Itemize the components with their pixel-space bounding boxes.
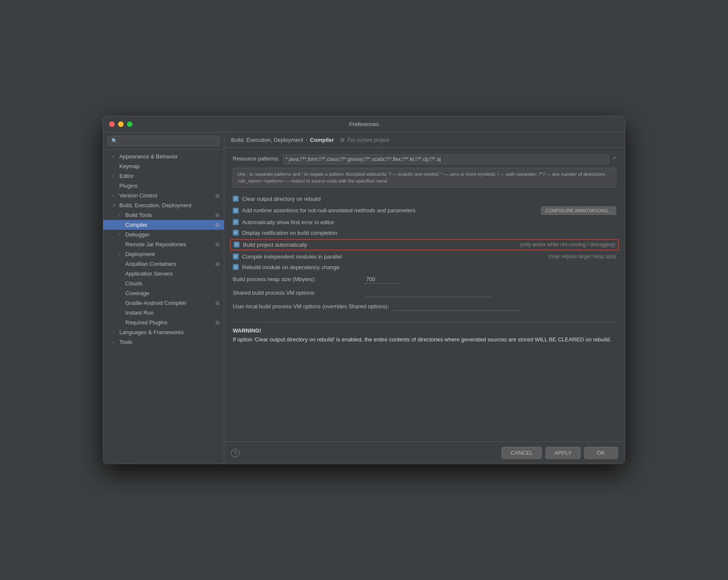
content-area: Resource patterns: *.java;!?*.form;!?*.c… xyxy=(224,148,625,442)
sidebar-item-tools[interactable]: › Tools xyxy=(103,337,224,347)
chevron-right-icon: › xyxy=(113,193,119,198)
heap-size-row: Build process heap size (Mbytes): xyxy=(233,273,616,286)
apply-button[interactable]: APPLY xyxy=(545,447,581,459)
sidebar-item-label: Plugins xyxy=(119,183,220,189)
sidebar-item-build-execution[interactable]: ∨ Build, Execution, Deployment xyxy=(103,200,224,210)
breadcrumb-part2: Compiler xyxy=(310,137,334,143)
preferences-window: Preferences › Appearance & Behavior Keym… xyxy=(103,116,625,464)
hint-text: Use ; to separate patterns and ! to nega… xyxy=(237,172,606,184)
chevron-down-icon: ∨ xyxy=(113,203,119,208)
warning-section: WARNING! If option 'Clear output directo… xyxy=(233,322,616,349)
clear-output-checkbox[interactable]: ✓ xyxy=(233,196,239,202)
sidebar-item-clouds[interactable]: Clouds xyxy=(103,279,224,288)
sidebar-item-instant-run[interactable]: Instant Run xyxy=(103,308,224,318)
show-first-error-label: Automatically show first error in editor xyxy=(242,219,616,225)
right-panel: Build, Execution, Deployment › Compiler … xyxy=(224,132,625,464)
ok-button[interactable]: OK xyxy=(584,447,618,459)
sidebar-item-label: Editor xyxy=(119,173,220,179)
breadcrumb-separator: › xyxy=(306,137,308,143)
sidebar-item-languages[interactable]: › Languages & Frameworks xyxy=(103,327,224,337)
rebuild-dependency-label: Rebuild module on dependency change xyxy=(242,264,616,270)
sidebar-item-label: Deployment xyxy=(125,251,220,257)
add-runtime-checkbox[interactable]: ✓ xyxy=(233,208,239,214)
add-icon: ⊞ xyxy=(215,300,220,306)
sidebar-item-label: Keymap xyxy=(119,163,220,169)
resource-value[interactable]: *.java;!?*.form;!?*.class;!?*.groovy;!?*… xyxy=(283,155,609,164)
heap-label: Build process heap size (Mbytes): xyxy=(233,276,360,282)
add-icon: ⊞ xyxy=(215,261,220,267)
sidebar-item-remote-jar[interactable]: Remote Jar Repositories ⊞ xyxy=(103,239,224,249)
sidebar-item-label: Required Plugins xyxy=(125,319,214,326)
titlebar: Preferences xyxy=(103,116,625,132)
add-icon: ⊞ xyxy=(215,212,220,218)
sidebar-item-app-servers[interactable]: Application Servers xyxy=(103,269,224,279)
sidebar-item-label: Build, Execution, Deployment xyxy=(119,202,220,208)
checkmark-icon: ✓ xyxy=(234,231,237,235)
search-input[interactable] xyxy=(107,136,220,146)
chevron-right-icon: › xyxy=(119,232,124,237)
sidebar-item-label: Compiler xyxy=(125,222,214,228)
display-notification-checkbox[interactable]: ✓ xyxy=(233,230,239,236)
hint-box: Use ; to separate patterns and ! to nega… xyxy=(233,168,616,188)
checkmark-icon: ✓ xyxy=(234,220,237,224)
build-auto-checkbox[interactable]: ✓ xyxy=(234,242,240,248)
sidebar-list: › Appearance & Behavior Keymap › Editor … xyxy=(103,150,224,464)
resource-patterns-row: Resource patterns: *.java;!?*.form;!?*.c… xyxy=(233,155,616,164)
sidebar-item-label: Build Tools xyxy=(125,212,214,218)
sidebar-item-label: Clouds xyxy=(125,280,220,287)
expand-icon[interactable]: ↗ xyxy=(612,155,616,161)
sidebar-item-editor[interactable]: › Editor xyxy=(103,171,224,181)
shared-vm-label: Shared build process VM options: xyxy=(233,290,360,296)
breadcrumb-part1: Build, Execution, Deployment xyxy=(231,137,303,143)
option-show-first-error: ✓ Automatically show first error in edit… xyxy=(233,217,616,228)
sidebar-item-required-plugins[interactable]: Required Plugins ⊞ xyxy=(103,318,224,327)
rebuild-dependency-checkbox[interactable]: ✓ xyxy=(233,264,239,270)
main-content: › Appearance & Behavior Keymap › Editor … xyxy=(103,132,625,464)
chevron-right-icon: › xyxy=(113,154,119,159)
shared-vm-input[interactable] xyxy=(364,289,492,297)
sidebar-item-appearance[interactable]: › Appearance & Behavior xyxy=(103,152,224,161)
cancel-button[interactable]: CANCEL xyxy=(502,447,542,459)
option-build-auto: ✓ Build project automatically (only work… xyxy=(230,239,619,251)
option-display-notification: ✓ Display notification on build completi… xyxy=(233,228,616,238)
sidebar-item-plugins[interactable]: Plugins xyxy=(103,181,224,191)
checkmark-icon: ✓ xyxy=(234,265,237,269)
sidebar-item-label: Coverage xyxy=(125,290,220,296)
add-icon: ⊞ xyxy=(215,320,220,326)
sidebar-item-compiler[interactable]: Compiler ⊞ xyxy=(103,220,224,230)
for-current-project: For current project xyxy=(347,137,389,143)
sidebar-item-label: Version Control xyxy=(119,192,214,199)
sidebar-item-version-control[interactable]: › Version Control ⊞ xyxy=(103,191,224,200)
user-vm-input[interactable] xyxy=(393,302,521,311)
heap-input[interactable] xyxy=(364,275,398,284)
gear-icon: ⚙ xyxy=(340,137,345,143)
checkmark-icon: ✓ xyxy=(234,208,237,213)
show-first-error-checkbox[interactable]: ✓ xyxy=(233,219,239,225)
help-button[interactable]: ? xyxy=(231,449,240,457)
sidebar-item-label: Tools xyxy=(119,339,220,345)
sidebar-item-arquillian[interactable]: Arquillian Containers ⊞ xyxy=(103,259,224,269)
sidebar-item-deployment[interactable]: › Deployment xyxy=(103,249,224,259)
bottom-bar: ? CANCEL APPLY OK xyxy=(224,442,625,464)
compile-parallel-checkbox[interactable]: ✓ xyxy=(233,253,239,259)
minimize-button[interactable] xyxy=(118,121,124,127)
sidebar-item-keymap[interactable]: Keymap xyxy=(103,161,224,171)
sidebar-item-build-tools[interactable]: › Build Tools ⊞ xyxy=(103,210,224,220)
sidebar-item-label: Instant Run xyxy=(125,310,220,316)
sidebar-item-coverage[interactable]: Coverage xyxy=(103,288,224,298)
option-compile-parallel: ✓ Compile independent modules in paralle… xyxy=(233,251,616,262)
shared-vm-row: Shared build process VM options: xyxy=(233,286,616,300)
chevron-right-icon: › xyxy=(113,174,119,178)
warning-title: WARNING! xyxy=(233,327,616,334)
compile-parallel-note: (may require larger heap size) xyxy=(548,253,616,259)
chevron-right-icon: › xyxy=(113,330,119,335)
maximize-button[interactable] xyxy=(127,121,133,127)
breadcrumb: Build, Execution, Deployment › Compiler … xyxy=(224,132,625,148)
search-box xyxy=(103,132,224,150)
sidebar-item-gradle-android[interactable]: Gradle-Android Compiler ⊞ xyxy=(103,298,224,308)
clear-output-label: Clear output directory on rebuild xyxy=(242,196,616,202)
close-button[interactable] xyxy=(109,121,115,127)
sidebar-item-label: Languages & Frameworks xyxy=(119,329,220,335)
sidebar-item-debugger[interactable]: › Debugger xyxy=(103,230,224,239)
configure-annotations-button[interactable]: CONFIGURE ANNOTATIONS... xyxy=(541,206,616,215)
